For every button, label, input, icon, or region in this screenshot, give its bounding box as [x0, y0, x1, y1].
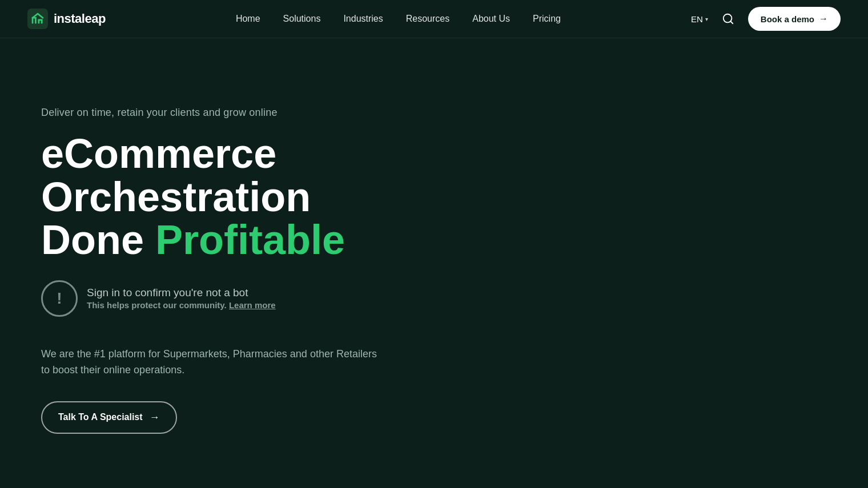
nav-item-solutions[interactable]: Solutions [283, 14, 321, 23]
search-button[interactable] [720, 10, 737, 27]
bot-warning-icon: ! [41, 280, 78, 317]
hero-headline-done: Done Profitable [41, 219, 345, 262]
search-icon [722, 13, 734, 25]
nav-right: EN ▾ Book a demo → [691, 7, 841, 31]
nav-links: Home Solutions Industries Resources Abou… [236, 14, 561, 24]
button-arrow-icon: → [150, 412, 160, 424]
hero-headline-line3: Done Profitable ! Sign in to confirm you… [41, 219, 473, 321]
bot-warning-overlay: ! Sign in to confirm you're not a bot Th… [41, 276, 276, 321]
talk-specialist-label: Talk To A Specialist [58, 412, 143, 422]
hero-headline-profitable: Profitable [155, 217, 345, 263]
hero-tagline: Deliver on time, retain your clients and… [41, 107, 473, 119]
hero-subtitle: We are the #1 platform for Supermarkets,… [41, 346, 418, 378]
svg-line-2 [730, 21, 733, 23]
nav-item-industries[interactable]: Industries [343, 14, 383, 23]
lang-label: EN [691, 14, 703, 24]
hero-section: Deliver on time, retain your clients and… [0, 38, 514, 479]
hero-headline-line2: Orchestration [41, 176, 473, 219]
book-demo-button[interactable]: Book a demo → [748, 7, 841, 31]
language-selector[interactable]: EN ▾ [691, 14, 708, 24]
navbar: instaleap Home Solutions Industries Reso… [0, 0, 868, 38]
bot-warning-title: Sign in to confirm you're not a bot [87, 287, 276, 299]
nav-item-about[interactable]: About Us [472, 14, 510, 23]
logo[interactable]: instaleap [27, 9, 106, 29]
chevron-down-icon: ▾ [705, 16, 708, 22]
bot-warning-subtitle: This helps protect our community. Learn … [87, 301, 276, 310]
nav-item-resources[interactable]: Resources [406, 14, 449, 23]
bot-warning-learn-more[interactable]: Learn more [229, 300, 276, 310]
hero-headline: eCommerce Orchestration Done Profitable … [41, 132, 473, 321]
svg-rect-0 [27, 9, 48, 29]
nav-item-pricing[interactable]: Pricing [533, 14, 561, 23]
arrow-right-icon: → [819, 14, 828, 24]
talk-specialist-button[interactable]: Talk To A Specialist → [41, 401, 177, 434]
book-demo-label: Book a demo [761, 14, 814, 24]
hero-headline-line1: eCommerce [41, 132, 473, 176]
nav-item-home[interactable]: Home [236, 14, 260, 23]
bot-warning-text: Sign in to confirm you're not a bot This… [87, 287, 276, 310]
logo-text: instaleap [54, 11, 106, 26]
